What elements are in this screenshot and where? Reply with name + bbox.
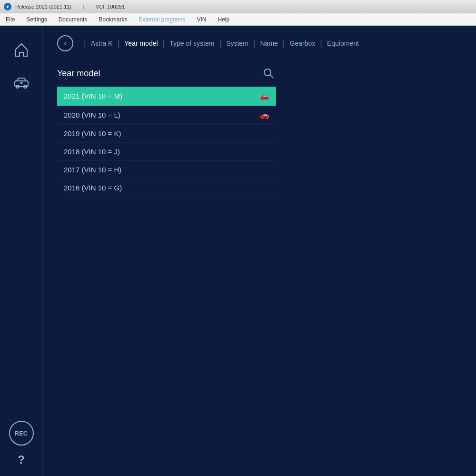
menu-external-programs[interactable]: External programs: [137, 15, 187, 24]
year-item-2020[interactable]: 2020 (VIN 10 = L) 🚗: [57, 106, 276, 125]
year-model-list: 2021 (VIN 10 = M) 🚗 2020 (VIN 10 = L) 🚗 …: [57, 87, 276, 197]
breadcrumb-type-of-system[interactable]: Type of system: [169, 40, 214, 47]
back-button[interactable]: ‹: [57, 35, 73, 51]
menu-vin[interactable]: VIN: [195, 15, 208, 24]
year-item-label: 2021 (VIN 10 = M): [64, 92, 122, 100]
breadcrumb: ‹ | Astra K | Year model | Type of syste…: [57, 35, 462, 51]
year-item-label: 2018 (VIN 10 = J): [64, 148, 120, 156]
breadcrumb-equipment[interactable]: Equipment: [327, 40, 359, 47]
breadcrumb-system[interactable]: System: [226, 40, 248, 47]
rec-button[interactable]: REC: [9, 421, 34, 446]
car-icon-2021: 🚗: [260, 91, 269, 100]
title-bar-text: Release 2021 (2021.11) | VCI: 100251: [15, 4, 125, 10]
sidebar-bottom: REC ?: [9, 421, 34, 466]
menu-bookmarks[interactable]: Bookmarks: [97, 15, 129, 24]
year-item-2016[interactable]: 2016 (VIN 10 = G): [57, 179, 276, 197]
svg-point-3: [264, 69, 271, 76]
title-bar: ● Release 2021 (2021.11) | VCI: 100251: [0, 0, 476, 13]
sidebar: REC ?: [0, 26, 43, 476]
menu-settings[interactable]: Settings: [24, 15, 49, 24]
menu-file[interactable]: File: [4, 15, 17, 24]
menu-documents[interactable]: Documents: [57, 15, 89, 24]
vci-label: VCI: 100251: [96, 4, 125, 10]
sidebar-home-button[interactable]: [7, 35, 36, 64]
year-item-2019[interactable]: 2019 (VIN 10 = K): [57, 125, 276, 143]
breadcrumb-astra-k[interactable]: Astra K: [91, 40, 113, 47]
year-item-label: 2019 (VIN 10 = K): [64, 129, 121, 138]
year-item-label: 2020 (VIN 10 = L): [64, 111, 120, 119]
year-item-2017[interactable]: 2017 (VIN 10 = H): [57, 161, 276, 179]
content-area: Year model 2021 (VIN 10 = M) 🚗 2020 (VIN…: [57, 66, 462, 466]
section-title: Year model: [57, 69, 100, 79]
section-header: Year model: [57, 66, 276, 81]
search-button[interactable]: [261, 66, 276, 81]
breadcrumb-name[interactable]: Name: [260, 40, 278, 47]
year-item-label: 2017 (VIN 10 = H): [64, 166, 121, 174]
car-icon-2020: 🚗: [260, 110, 269, 119]
year-item-2018[interactable]: 2018 (VIN 10 = J): [57, 143, 276, 161]
menu-bar: File Settings Documents Bookmarks Extern…: [0, 13, 476, 26]
main-panel: ‹ | Astra K | Year model | Type of syste…: [43, 26, 476, 476]
svg-line-4: [270, 75, 273, 78]
year-item-label: 2016 (VIN 10 = G): [64, 184, 122, 192]
help-icon[interactable]: ?: [18, 453, 25, 466]
breadcrumb-year-model[interactable]: Year model: [124, 40, 158, 47]
app-body: REC ? ‹ | Astra K | Year model | Type of…: [0, 26, 476, 476]
year-item-2021[interactable]: 2021 (VIN 10 = M) 🚗: [57, 87, 276, 106]
sidebar-diagnostics-button[interactable]: [7, 69, 36, 97]
app-icon: ●: [4, 3, 11, 10]
breadcrumb-gearbox[interactable]: Gearbox: [290, 40, 316, 47]
release-label: Release 2021 (2021.11): [15, 4, 71, 10]
menu-help[interactable]: Help: [216, 15, 232, 24]
